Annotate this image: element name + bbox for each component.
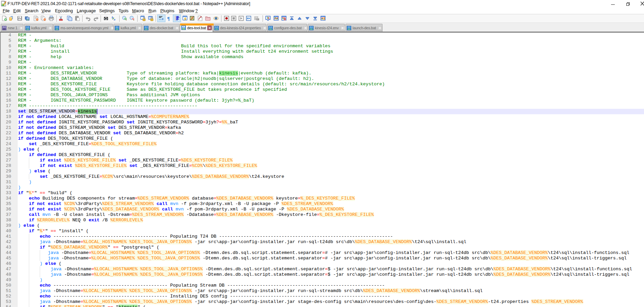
svg-text:a: a [114, 18, 115, 21]
svg-text:¶: ¶ [167, 16, 170, 21]
svg-text:1: 1 [268, 16, 270, 20]
